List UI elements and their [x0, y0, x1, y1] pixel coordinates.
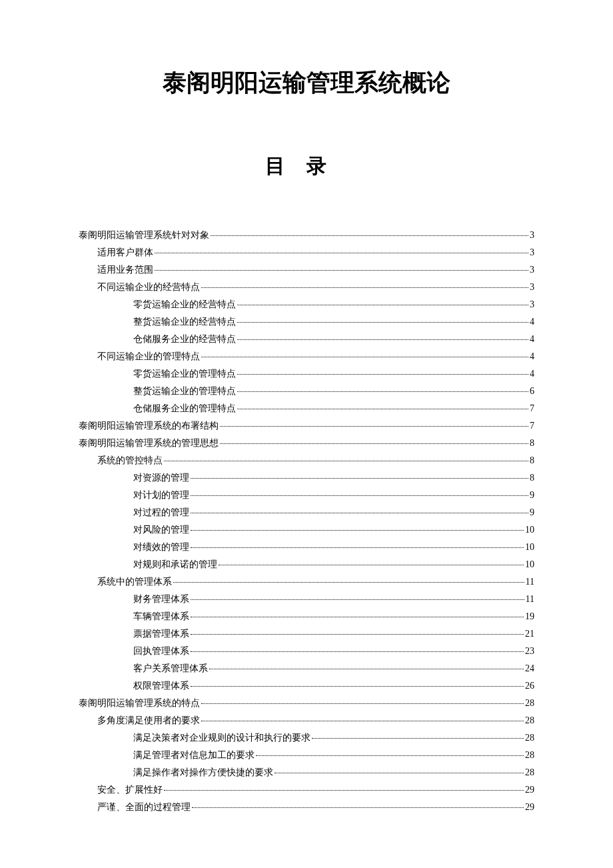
- toc-entry[interactable]: 零货运输企业的管理特点4: [79, 365, 534, 383]
- toc-entry[interactable]: 零货运输企业的经营特点3: [79, 296, 534, 313]
- toc-leader-dots: [191, 529, 524, 531]
- toc-entry[interactable]: 泰阁明阳运输管理系统的管理思想8: [79, 435, 534, 452]
- toc-entry[interactable]: 仓储服务企业的管理特点7: [79, 400, 534, 417]
- toc-entry-label: 系统的管控特点: [97, 456, 163, 465]
- toc-entry[interactable]: 整货运输企业的管理特点6: [79, 383, 534, 400]
- toc-entry[interactable]: 对规则和承诺的管理10: [79, 556, 534, 573]
- toc-leader-dots: [256, 755, 524, 756]
- toc-entry-page: 6: [530, 387, 534, 396]
- toc-leader-dots: [237, 408, 528, 409]
- toc-entry-page: 28: [525, 699, 534, 708]
- toc-heading: 目录: [79, 153, 534, 180]
- toc-entry[interactable]: 系统中的管理体系11: [79, 573, 534, 591]
- toc-entry-label: 票据管理体系: [133, 629, 189, 639]
- toc-entry[interactable]: 票据管理体系21: [79, 625, 534, 643]
- toc-entry-page: 4: [530, 335, 534, 344]
- toc-entry[interactable]: 多角度满足使用者的要求28: [79, 712, 534, 729]
- toc-entry-page: 4: [530, 317, 534, 327]
- toc-entry-label: 系统中的管理体系: [97, 577, 172, 587]
- toc-leader-dots: [191, 616, 524, 617]
- toc-entry[interactable]: 满足决策者对企业规则的设计和执行的要求28: [79, 729, 534, 747]
- toc-entry[interactable]: 对绩效的管理10: [79, 539, 534, 556]
- toc-leader-dots: [191, 685, 524, 687]
- toc-entry[interactable]: 泰阁明阳运输管理系统的布署结构7: [79, 417, 534, 435]
- toc-leader-dots: [201, 287, 528, 288]
- toc-entry[interactable]: 系统的管控特点8: [79, 452, 534, 469]
- toc-entry-page: 3: [530, 265, 534, 275]
- toc-leader-dots: [191, 512, 528, 513]
- toc-entry-label: 财务管理体系: [133, 595, 189, 604]
- toc-entry-label: 泰阁明阳运输管理系统的管理思想: [79, 439, 219, 448]
- toc-entry[interactable]: 安全、扩展性好29: [79, 781, 534, 799]
- toc-leader-dots: [164, 789, 524, 791]
- toc-entry-page: 11: [526, 595, 534, 604]
- toc-entry-label: 满足决策者对企业规则的设计和执行的要求: [133, 733, 310, 743]
- toc-entry[interactable]: 泰阁明阳运输管理系统的特点28: [79, 695, 534, 712]
- toc-entry[interactable]: 财务管理体系11: [79, 591, 534, 608]
- toc-entry[interactable]: 客户关系管理体系24: [79, 660, 534, 677]
- toc-leader-dots: [155, 269, 528, 271]
- toc-entry-page: 23: [525, 647, 534, 656]
- toc-leader-dots: [201, 356, 528, 357]
- toc-entry-page: 10: [525, 525, 534, 535]
- toc-leader-dots: [192, 807, 524, 808]
- toc-leader-dots: [220, 425, 528, 427]
- toc-leader-dots: [211, 235, 528, 236]
- toc-entry-page: 3: [530, 300, 534, 309]
- toc-entry[interactable]: 对计划的管理9: [79, 487, 534, 504]
- toc-entry-page: 29: [525, 803, 534, 812]
- toc-leader-dots: [237, 321, 528, 323]
- toc-entry-page: 24: [525, 664, 534, 673]
- toc-entry-label: 权限管理体系: [133, 681, 189, 691]
- toc-entry-label: 对资源的管理: [133, 473, 189, 483]
- toc-entry-page: 4: [530, 352, 534, 361]
- toc-entry[interactable]: 满足操作者对操作方便快捷的要求28: [79, 764, 534, 781]
- toc-entry[interactable]: 对风险的管理10: [79, 521, 534, 539]
- toc-leader-dots: [191, 651, 524, 652]
- toc-entry[interactable]: 满足管理者对信息加工的要求28: [79, 747, 534, 764]
- toc-entry[interactable]: 回执管理体系23: [79, 643, 534, 660]
- toc-entry-label: 零货运输企业的管理特点: [133, 369, 236, 379]
- toc-entry-label: 泰阁明阳运输管理系统针对对象: [79, 231, 209, 240]
- toc-entry[interactable]: 整货运输企业的经营特点4: [79, 313, 534, 331]
- toc-entry-page: 11: [526, 577, 534, 587]
- toc-entry[interactable]: 车辆管理体系19: [79, 608, 534, 625]
- toc-entry[interactable]: 对过程的管理9: [79, 504, 534, 521]
- toc-entry-label: 安全、扩展性好: [97, 785, 163, 795]
- toc-entry-label: 对绩效的管理: [133, 543, 189, 552]
- toc-entry-page: 28: [525, 716, 534, 725]
- toc-entry-label: 车辆管理体系: [133, 612, 189, 621]
- toc-leader-dots: [191, 495, 528, 496]
- toc-entry[interactable]: 严谨、全面的过程管理29: [79, 799, 534, 816]
- toc-leader-dots: [155, 252, 528, 253]
- toc-entry-label: 不同运输企业的经营特点: [97, 283, 200, 292]
- toc-entry[interactable]: 泰阁明阳运输管理系统针对对象3: [79, 227, 534, 244]
- toc-entry-label: 满足操作者对操作方便快捷的要求: [133, 768, 273, 777]
- toc-leader-dots: [237, 373, 528, 375]
- toc-entry[interactable]: 仓储服务企业的经营特点4: [79, 331, 534, 348]
- toc-entry[interactable]: 权限管理体系26: [79, 677, 534, 695]
- toc-entry[interactable]: 适用业务范围3: [79, 261, 534, 279]
- toc-entry[interactable]: 不同运输企业的经营特点3: [79, 279, 534, 296]
- toc-entry-page: 7: [530, 421, 534, 431]
- toc-entry[interactable]: 适用客户群体3: [79, 244, 534, 261]
- toc-entry-label: 仓储服务企业的经营特点: [133, 335, 236, 344]
- toc-entry-label: 多角度满足使用者的要求: [97, 716, 200, 725]
- toc-leader-dots: [237, 304, 528, 305]
- toc-entry-page: 7: [530, 404, 534, 413]
- toc-entry[interactable]: 不同运输企业的管理特点4: [79, 348, 534, 365]
- toc-entry-page: 3: [530, 248, 534, 257]
- toc-leader-dots: [164, 460, 528, 461]
- toc-entry-page: 19: [525, 612, 534, 621]
- toc-entry-label: 适用客户群体: [97, 248, 153, 257]
- toc-leader-dots: [237, 339, 528, 340]
- toc-entry-page: 3: [530, 283, 534, 292]
- toc-leader-dots: [275, 772, 524, 773]
- table-of-contents: 泰阁明阳运输管理系统针对对象3适用客户群体3适用业务范围3不同运输企业的经营特点…: [79, 227, 534, 816]
- toc-entry[interactable]: 对资源的管理8: [79, 469, 534, 487]
- toc-entry-label: 对风险的管理: [133, 525, 189, 535]
- toc-entry-label: 不同运输企业的管理特点: [97, 352, 200, 361]
- toc-entry-label: 整货运输企业的经营特点: [133, 317, 236, 327]
- toc-entry-label: 对规则和承诺的管理: [133, 560, 217, 569]
- document-title: 泰阁明阳运输管理系统概论: [79, 67, 534, 99]
